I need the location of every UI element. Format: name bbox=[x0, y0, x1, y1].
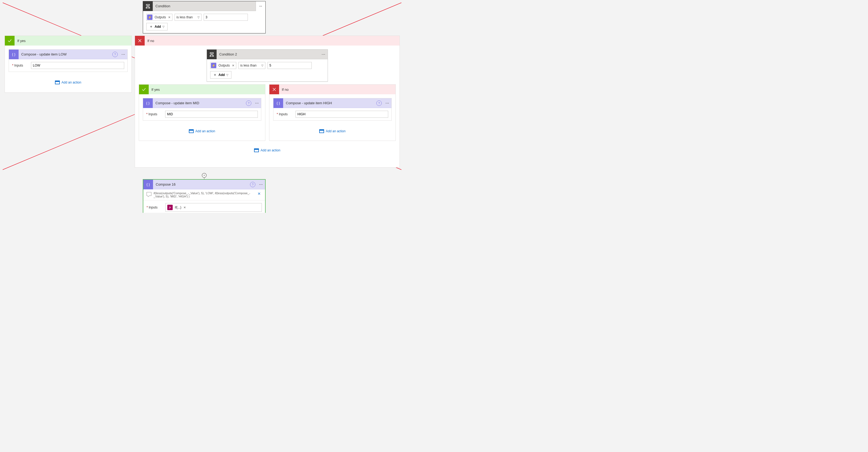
check-icon bbox=[139, 85, 149, 94]
branch-label: If no bbox=[145, 39, 154, 43]
operand-token-label: Outputs bbox=[154, 15, 167, 19]
inputs-label: Inputs bbox=[12, 64, 28, 67]
condition-card-2[interactable]: Condition 2 ··· ⚡ Outputs ✕ is less than… bbox=[207, 49, 328, 82]
fx-icon: fx bbox=[167, 205, 173, 210]
chevron-down-icon: ▽ bbox=[261, 64, 264, 67]
close-icon bbox=[270, 85, 279, 94]
add-action-icon bbox=[189, 129, 194, 133]
add-action-icon bbox=[319, 129, 324, 133]
compose-icon: { } bbox=[273, 98, 283, 108]
compose-high-card[interactable]: { } Compose - update item HIGH ? ··· Inp… bbox=[273, 98, 392, 121]
operand-right-input[interactable] bbox=[268, 62, 312, 69]
inputs-field[interactable] bbox=[296, 111, 388, 118]
svg-rect-17 bbox=[212, 56, 214, 56]
compose-16-card[interactable]: { } Compose 16 ? ··· if(less(outputs('Co… bbox=[143, 179, 266, 213]
operator-select[interactable]: is less than ▽ bbox=[239, 62, 266, 69]
svg-rect-2 bbox=[146, 4, 150, 5]
condition-card-1[interactable]: Condition ··· ⚡ Outputs ✕ is less than ▽… bbox=[143, 1, 266, 33]
remove-token-button[interactable]: ✕ bbox=[231, 64, 236, 67]
add-action-link[interactable]: Add an action bbox=[5, 80, 131, 84]
add-action-icon bbox=[254, 149, 259, 152]
close-icon bbox=[135, 36, 145, 45]
add-action-link[interactable]: Add an action bbox=[135, 149, 400, 152]
plus-icon: ＋ bbox=[213, 72, 217, 77]
inputs-field[interactable]: fx if(...) ✕ bbox=[165, 203, 262, 212]
operand-right-input[interactable] bbox=[204, 14, 248, 21]
operand-left[interactable]: ⚡ Outputs ✕ bbox=[210, 62, 236, 69]
card-menu-button[interactable]: ··· bbox=[319, 52, 328, 56]
add-condition-button[interactable]: ＋ Add ▽ bbox=[210, 71, 231, 79]
operand-left[interactable]: ⚡ Outputs ✕ bbox=[146, 14, 173, 21]
compose-icon: { } bbox=[143, 180, 153, 189]
condition-menu-button[interactable]: ··· bbox=[256, 1, 266, 11]
inputs-field[interactable] bbox=[165, 111, 258, 118]
svg-rect-16 bbox=[210, 56, 211, 56]
card-menu-button[interactable]: ··· bbox=[119, 52, 127, 56]
branch-label: If yes bbox=[14, 39, 26, 43]
remove-token-button[interactable]: ✕ bbox=[167, 15, 172, 19]
dismiss-comment-button[interactable]: ✕ bbox=[256, 192, 262, 196]
card-menu-button[interactable]: ··· bbox=[253, 101, 261, 105]
help-icon[interactable]: ? bbox=[376, 100, 382, 106]
condition-title: Condition bbox=[153, 4, 256, 8]
operator-select[interactable]: is less than ▽ bbox=[175, 14, 202, 21]
comment-text: if(less(outputs('Compose_-_Value'), 5), … bbox=[154, 192, 254, 198]
plus-icon: ＋ bbox=[149, 24, 153, 29]
add-action-link[interactable]: Add an action bbox=[139, 129, 265, 133]
condition-icon bbox=[207, 50, 217, 59]
action-comment: if(less(outputs('Compose_-_Value'), 5), … bbox=[143, 189, 265, 200]
compose-icon: { } bbox=[143, 98, 153, 108]
svg-rect-8 bbox=[149, 7, 150, 8]
add-condition-button[interactable]: ＋ Add ▽ bbox=[146, 23, 167, 30]
help-icon[interactable]: ? bbox=[250, 182, 255, 187]
if-no-branch-inner: If no { } Compose - update item HIGH ? ·… bbox=[269, 84, 396, 141]
svg-rect-11 bbox=[210, 53, 213, 54]
compose-mid-card[interactable]: { } Compose - update item MID ? ··· Inpu… bbox=[143, 98, 261, 121]
svg-rect-7 bbox=[146, 7, 147, 8]
if-yes-branch-inner: If yes { } Compose - update item MID ? ·… bbox=[139, 84, 266, 141]
condition-icon bbox=[143, 1, 153, 11]
chevron-down-icon: ▽ bbox=[197, 16, 199, 19]
inputs-field[interactable] bbox=[31, 62, 124, 69]
compose-title: Compose - update item LOW bbox=[19, 52, 112, 56]
chevron-down-icon: ▽ bbox=[162, 25, 164, 28]
dynamic-content-icon: ⚡ bbox=[148, 15, 152, 19]
card-menu-button[interactable]: ··· bbox=[257, 182, 265, 186]
check-icon bbox=[5, 36, 14, 45]
add-action-link[interactable]: Add an action bbox=[270, 129, 396, 133]
if-no-branch-outer: If no Condition 2 ··· ⚡ bbox=[135, 36, 400, 167]
remove-token-button[interactable]: ✕ bbox=[182, 206, 187, 209]
comment-icon bbox=[147, 192, 151, 196]
help-icon[interactable]: ? bbox=[112, 52, 118, 57]
card-menu-button[interactable]: ··· bbox=[383, 101, 392, 105]
add-action-icon bbox=[55, 80, 60, 84]
condition-title: Condition 2 bbox=[217, 52, 319, 56]
chevron-down-icon: ▽ bbox=[226, 73, 228, 76]
insert-step-button[interactable]: + bbox=[202, 173, 207, 178]
dynamic-content-icon: ⚡ bbox=[212, 64, 216, 67]
help-icon[interactable]: ? bbox=[246, 100, 251, 106]
flow-canvas: Condition ··· ⚡ Outputs ✕ is less than ▽… bbox=[0, 0, 404, 213]
compose-low-card[interactable]: { } Compose - update item LOW ? ··· Inpu… bbox=[9, 49, 128, 72]
compose-icon: { } bbox=[9, 50, 19, 59]
if-yes-branch-outer: If yes { } Compose - update item LOW ? ·… bbox=[5, 36, 132, 93]
